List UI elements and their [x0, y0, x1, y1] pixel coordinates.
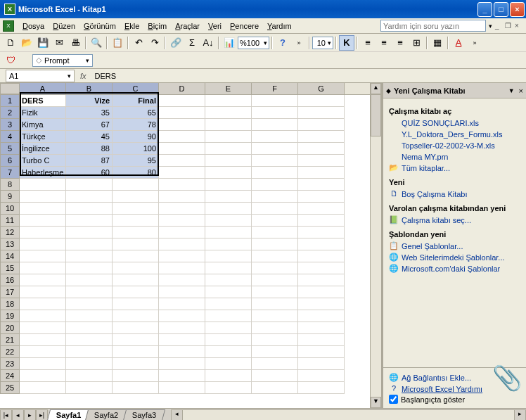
- tp-recent-file[interactable]: QUİZ SONUÇLARI.xls: [389, 117, 520, 129]
- row-header[interactable]: 10: [0, 203, 20, 215]
- cell[interactable]: [205, 155, 252, 167]
- row-header[interactable]: 8: [0, 179, 20, 191]
- menu-düzen[interactable]: Düzen: [49, 20, 79, 32]
- tp-recent-file[interactable]: Y.L_Doktora_Ders_Formu.xls: [389, 129, 520, 140]
- cell[interactable]: [205, 203, 252, 215]
- row-header[interactable]: 2: [0, 107, 20, 119]
- preview-icon[interactable]: 🔍: [89, 35, 104, 51]
- cell[interactable]: [298, 119, 345, 131]
- sort-icon[interactable]: A↓: [200, 35, 216, 51]
- cell[interactable]: [252, 119, 298, 131]
- help-dropdown-icon[interactable]: ▾: [489, 23, 492, 30]
- cell[interactable]: [252, 191, 298, 203]
- show-startup-checkbox[interactable]: [389, 395, 398, 404]
- cell[interactable]: [159, 179, 205, 191]
- cell[interactable]: [205, 238, 252, 250]
- cell[interactable]: [113, 179, 159, 191]
- cell[interactable]: [159, 227, 205, 238]
- cell[interactable]: [298, 107, 345, 119]
- cell[interactable]: 35: [66, 107, 113, 119]
- cell[interactable]: [298, 238, 345, 250]
- cell[interactable]: [66, 179, 113, 191]
- cell[interactable]: Haberleşme: [20, 167, 66, 179]
- menu-pencere[interactable]: Pencere: [226, 20, 263, 32]
- cell[interactable]: 80: [113, 167, 159, 179]
- cell[interactable]: [159, 119, 205, 131]
- row-header[interactable]: 17: [0, 286, 20, 298]
- cell[interactable]: 100: [113, 143, 159, 155]
- cell[interactable]: [298, 95, 345, 107]
- more-icon[interactable]: »: [291, 35, 307, 51]
- cell[interactable]: [205, 382, 252, 394]
- cell[interactable]: [66, 334, 113, 346]
- cell[interactable]: [113, 322, 159, 334]
- cell[interactable]: [205, 95, 252, 107]
- cell[interactable]: [205, 215, 252, 227]
- cell[interactable]: [159, 346, 205, 358]
- row-header[interactable]: 20: [0, 322, 20, 334]
- cell[interactable]: 60: [66, 167, 113, 179]
- print-icon[interactable]: 🖶: [68, 35, 83, 51]
- cell[interactable]: [66, 346, 113, 358]
- align-center-icon[interactable]: ≡: [376, 35, 392, 51]
- more2-icon[interactable]: »: [467, 35, 482, 51]
- chart-icon[interactable]: 📊: [222, 35, 237, 51]
- cell[interactable]: [298, 310, 345, 322]
- cell[interactable]: [252, 298, 298, 310]
- cell[interactable]: [298, 155, 345, 167]
- cell[interactable]: [252, 334, 298, 346]
- cell[interactable]: [205, 119, 252, 131]
- copy-icon[interactable]: 📋: [110, 35, 125, 51]
- cell[interactable]: [66, 322, 113, 334]
- redo-icon[interactable]: ↷: [147, 35, 162, 51]
- cell[interactable]: [20, 382, 66, 394]
- col-header-G[interactable]: G: [298, 83, 345, 94]
- cell[interactable]: [20, 358, 66, 370]
- cell[interactable]: [159, 358, 205, 370]
- cell[interactable]: Türkçe: [20, 131, 66, 143]
- cell[interactable]: 87: [66, 155, 113, 167]
- cell[interactable]: [20, 310, 66, 322]
- cell[interactable]: 67: [66, 119, 113, 131]
- cell[interactable]: [252, 310, 298, 322]
- row-header[interactable]: 13: [0, 238, 20, 250]
- cell[interactable]: [205, 346, 252, 358]
- col-header-C[interactable]: C: [113, 83, 159, 94]
- sheet-tab[interactable]: Sayfa3: [123, 409, 166, 421]
- cell[interactable]: Kimya: [20, 119, 66, 131]
- clippy-assistant[interactable]: 📎: [492, 364, 522, 392]
- cell[interactable]: 78: [113, 119, 159, 131]
- cell[interactable]: [252, 274, 298, 286]
- row-header[interactable]: 6: [0, 155, 20, 167]
- cell[interactable]: [298, 262, 345, 274]
- borders-icon[interactable]: ▦: [430, 35, 445, 51]
- cell[interactable]: [20, 250, 66, 262]
- cell[interactable]: [66, 382, 113, 394]
- cell[interactable]: [298, 250, 345, 262]
- cell[interactable]: 45: [66, 131, 113, 143]
- col-header-F[interactable]: F: [252, 83, 298, 94]
- tp-template-link[interactable]: 🌐Web Sitelerimdeki Şablonlar...: [389, 252, 520, 263]
- row-header[interactable]: 15: [0, 262, 20, 274]
- align-right-icon[interactable]: ≡: [392, 35, 408, 51]
- taskpane-back-icon[interactable]: ◆: [386, 87, 391, 94]
- cell[interactable]: [20, 215, 66, 227]
- cell[interactable]: [113, 382, 159, 394]
- row-header[interactable]: 7: [0, 167, 20, 179]
- cell[interactable]: [159, 215, 205, 227]
- scroll-thumb[interactable]: [371, 94, 381, 136]
- cell[interactable]: [298, 131, 345, 143]
- cell[interactable]: [159, 322, 205, 334]
- cell[interactable]: Vize: [66, 95, 113, 107]
- tp-template-link[interactable]: 🌐Microsoft.com'daki Şablonlar: [389, 263, 520, 274]
- row-header[interactable]: 24: [0, 370, 20, 382]
- cell[interactable]: [20, 334, 66, 346]
- menu-yardım[interactable]: Yardım: [263, 20, 296, 32]
- cell[interactable]: [252, 107, 298, 119]
- cell[interactable]: [113, 334, 159, 346]
- cell[interactable]: [113, 227, 159, 238]
- cell[interactable]: [205, 179, 252, 191]
- scroll-right-icon[interactable]: ▸: [514, 410, 525, 420]
- col-header-D[interactable]: D: [159, 83, 205, 94]
- tab-first-icon[interactable]: |◂: [0, 409, 12, 421]
